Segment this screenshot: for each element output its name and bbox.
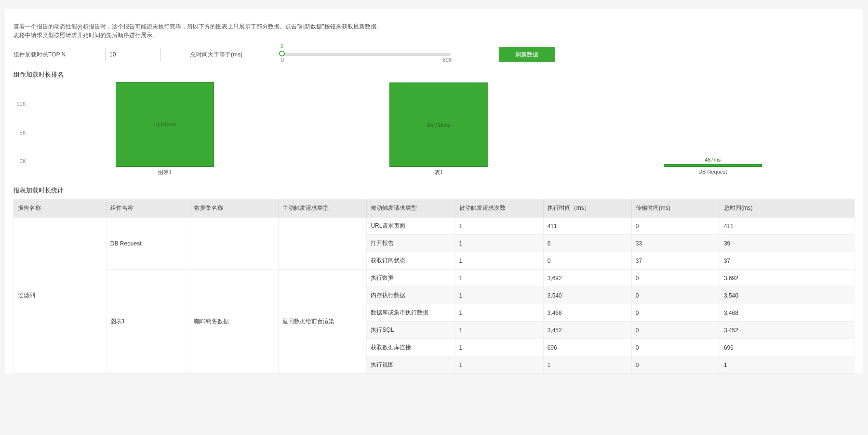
table-header: 被动触发请求次数 bbox=[455, 199, 543, 218]
desc-line-1: 查看一个报告的动态性能分析报告时，这个报告可能还未执行完毕，所以下方的图表上只展… bbox=[13, 22, 863, 31]
table-header: 被动触发请求类型 bbox=[367, 199, 455, 218]
topn-input[interactable] bbox=[105, 48, 160, 61]
y-tick: 5K bbox=[20, 130, 26, 136]
cell-trans-time: 0 bbox=[631, 287, 720, 304]
bar-column: 487ms bbox=[576, 81, 850, 167]
cell-exec-time: 696 bbox=[543, 339, 631, 356]
cell-passive-type: 数据库或集市执行数据 bbox=[367, 304, 455, 322]
cell-exec-time: 6 bbox=[543, 235, 631, 252]
cell-passive-type: 执行视图 bbox=[367, 356, 455, 374]
x-axis-label: 图表1 bbox=[28, 168, 302, 177]
cell-total-time: 39 bbox=[720, 235, 854, 252]
cell-active-type bbox=[279, 218, 367, 270]
chart-area: 0K5K10K15K 14,849ms14,735ms487ms 图表1表1DB… bbox=[28, 81, 850, 177]
cell-trans-time: 0 bbox=[631, 270, 720, 287]
cell-exec-time: 3,692 bbox=[543, 270, 631, 287]
cell-trans-time: 0 bbox=[631, 218, 720, 235]
cell-report-name: 过滤列 bbox=[14, 218, 107, 374]
cell-component-name: 图表1 bbox=[106, 270, 190, 374]
cell-count: 1 bbox=[455, 339, 543, 356]
bar-value-label: 487ms bbox=[684, 157, 742, 163]
bar[interactable]: 14,849ms bbox=[116, 82, 214, 167]
chart-title: 组件加载时长排名 bbox=[13, 70, 855, 79]
x-axis-label: 表1 bbox=[302, 168, 575, 177]
cell-passive-type: 内存执行数据 bbox=[367, 287, 455, 304]
cell-count: 1 bbox=[455, 235, 543, 252]
cell-exec-time: 3,468 bbox=[543, 304, 631, 322]
table-row: 过滤列DB RequestURL请求页面14110411 bbox=[14, 218, 855, 235]
cell-trans-time: 0 bbox=[631, 304, 720, 322]
cell-trans-time: 0 bbox=[631, 322, 720, 339]
cell-trans-time: 0 bbox=[631, 356, 720, 374]
bar[interactable]: 14,735ms bbox=[389, 82, 488, 167]
y-tick: 0K bbox=[20, 158, 26, 164]
cell-count: 1 bbox=[455, 322, 543, 339]
cell-dataset-name bbox=[190, 218, 279, 270]
cell-passive-type: 获取数据库连接 bbox=[367, 339, 455, 356]
cell-total-time: 37 bbox=[720, 252, 854, 270]
x-axis-label: DB Request bbox=[576, 168, 850, 177]
table-header: 执行时间（ms） bbox=[543, 199, 631, 218]
cell-exec-time: 3,452 bbox=[543, 322, 631, 339]
table-header: 主动触发请求类型 bbox=[279, 199, 367, 218]
y-tick: 10K bbox=[16, 101, 26, 107]
cell-count: 1 bbox=[455, 304, 543, 322]
table-row: 图表1咖啡销售数据返回数据给前台渲染执行数据13,69203,692 bbox=[14, 270, 855, 287]
cell-count: 1 bbox=[455, 252, 543, 270]
table-header: 报告名称 bbox=[14, 199, 107, 218]
cell-total-time: 1 bbox=[720, 356, 854, 374]
cell-exec-time: 1 bbox=[543, 356, 631, 374]
y-tick: 15K bbox=[16, 72, 26, 78]
table-header: 总时间(ms) bbox=[720, 199, 854, 218]
bar-value-label: 14,735ms bbox=[390, 122, 488, 128]
cell-total-time: 3,692 bbox=[720, 270, 854, 287]
table-title: 报表加载时长统计 bbox=[13, 186, 855, 195]
chart-section: 组件加载时长排名 0K5K10K15K 14,849ms14,735ms487m… bbox=[5, 67, 863, 177]
cell-dataset-name: 咖啡销售数据 bbox=[190, 270, 279, 374]
description-block: 查看一个报告的动态性能分析报告时，这个报告可能还未执行完毕，所以下方的图表上只展… bbox=[5, 9, 863, 45]
desc-line-2: 表格中请求类型按照请求开始时间的先后顺序进行展示。 bbox=[13, 31, 863, 40]
cell-exec-time: 411 bbox=[543, 218, 631, 235]
cell-passive-type: 获取订阅状态 bbox=[367, 252, 455, 270]
bar-value-label: 14,849ms bbox=[116, 122, 214, 127]
table-header: 数据集名称 bbox=[190, 199, 279, 218]
slider-knob[interactable] bbox=[279, 51, 285, 56]
cell-count: 1 bbox=[455, 356, 543, 374]
table-header: 传输时间(ms) bbox=[631, 199, 720, 218]
cell-passive-type: URL请求页面 bbox=[367, 218, 455, 235]
cell-passive-type: 执行SQL bbox=[367, 322, 455, 339]
cell-total-time: 3,540 bbox=[720, 287, 854, 304]
refresh-button[interactable]: 刷新数据 bbox=[499, 47, 555, 62]
controls-row: 组件加载时长TOP N 总时间大于等于(ms) 0 696 刷新数据 bbox=[5, 45, 863, 67]
slider[interactable]: 0 696 bbox=[282, 53, 451, 56]
cell-trans-time: 33 bbox=[631, 235, 720, 252]
bar[interactable]: 487ms bbox=[664, 164, 762, 167]
cell-trans-time: 0 bbox=[631, 339, 720, 356]
cell-total-time: 3,468 bbox=[720, 304, 854, 322]
cell-trans-time: 37 bbox=[631, 252, 720, 270]
cell-total-time: 696 bbox=[720, 339, 854, 356]
cell-count: 1 bbox=[455, 270, 543, 287]
table-section: 报表加载时长统计 报告名称组件名称数据集名称主动触发请求类型被动触发请求类型被动… bbox=[5, 177, 863, 374]
bar-column: 14,849ms bbox=[28, 81, 302, 167]
slider-min: 0 bbox=[281, 57, 284, 63]
cell-total-time: 3,452 bbox=[720, 322, 854, 339]
topn-label: 组件加载时长TOP N bbox=[13, 51, 105, 59]
cell-total-time: 411 bbox=[720, 218, 854, 235]
slider-max: 696 bbox=[443, 57, 452, 63]
cell-exec-time: 3,540 bbox=[543, 287, 631, 304]
cell-component-name: DB Request bbox=[106, 218, 190, 270]
cell-count: 1 bbox=[455, 287, 543, 304]
cell-active-type: 返回数据给前台渲染 bbox=[279, 270, 367, 374]
table-header: 组件名称 bbox=[106, 199, 190, 218]
cell-count: 1 bbox=[455, 218, 543, 235]
bar-column: 14,735ms bbox=[302, 81, 575, 167]
cell-passive-type: 执行数据 bbox=[367, 270, 455, 287]
cell-exec-time: 0 bbox=[543, 252, 631, 270]
cell-passive-type: 打开报告 bbox=[367, 235, 455, 252]
performance-table: 报告名称组件名称数据集名称主动触发请求类型被动触发请求类型被动触发请求次数执行时… bbox=[13, 199, 855, 374]
slider-label: 总时间大于等于(ms) bbox=[190, 51, 277, 59]
